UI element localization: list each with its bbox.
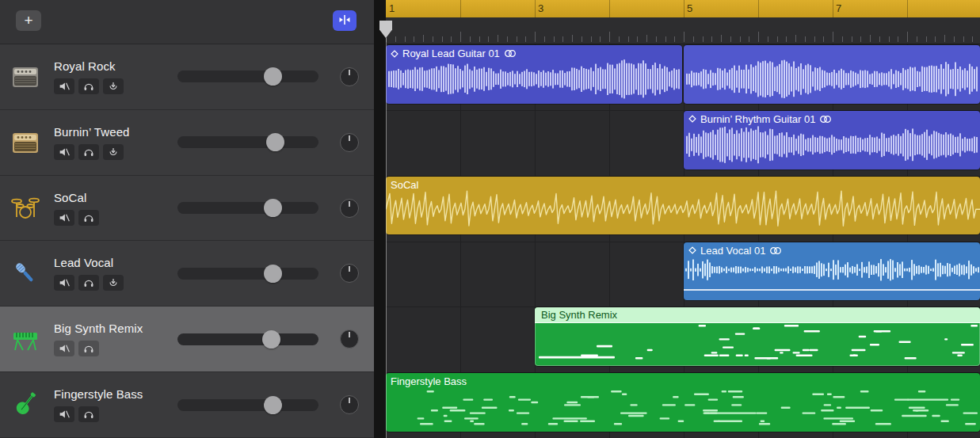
catch-playhead-button[interactable] [333,10,357,31]
mute-icon [59,278,71,288]
bar-number: 7 [836,2,841,14]
track-header-fingerstyle-bass[interactable]: Fingerstyle Bass [0,372,374,438]
solo-icon [83,213,94,223]
volume-slider-thumb[interactable] [266,133,284,151]
mute-icon [59,82,71,91]
volume-slider-thumb[interactable] [264,396,282,414]
mute-button[interactable] [54,341,74,356]
mute-button[interactable] [54,275,74,291]
region-fingerstyle-bass[interactable]: Fingerstyle Bass [386,373,980,432]
mute-button[interactable] [54,210,74,226]
volume-slider[interactable] [177,399,318,411]
track-header-burnin-tweed[interactable]: Burnin’ Tweed [0,110,374,176]
pan-knob[interactable] [340,67,359,86]
track-header-lead-vocal[interactable]: Lead Vocal [0,241,374,307]
pan-knob[interactable] [340,199,359,218]
loop-icon [819,115,832,124]
playhead-line [386,38,387,438]
track-name: Fingerstyle Bass [54,387,177,401]
ruler-ticks [386,17,980,44]
input-button[interactable] [103,78,124,94]
solo-button[interactable] [78,406,99,422]
bar-number: 1 [389,2,395,14]
ruler[interactable]: 1357 [386,0,980,17]
bar-number: 5 [687,2,692,14]
timeline-lanes[interactable]: Royal Lead Guitar 01Burnin’ Rhythm Guita… [386,44,980,438]
solo-icon [83,409,94,419]
solo-button[interactable] [78,78,99,94]
drums-icon [10,192,41,224]
mute-icon [59,147,71,157]
solo-icon [83,147,94,157]
pan-knob[interactable] [340,395,359,414]
solo-button[interactable] [78,275,99,291]
track-name: Big Synth Remix [54,322,177,335]
amp-icon [10,61,41,93]
region-header: Big Synth Remix [535,307,980,323]
volume-slider-thumb[interactable] [264,67,282,86]
pan-knob[interactable] [340,133,359,152]
input-button[interactable] [103,144,124,160]
input-icon [108,278,119,288]
pan-knob[interactable] [340,264,359,283]
solo-icon [83,344,94,353]
audio-waveform [684,45,980,104]
pan-knob[interactable] [340,329,359,348]
solo-button[interactable] [78,144,99,160]
volume-slider-thumb[interactable] [264,199,282,217]
volume-slider[interactable] [177,202,318,214]
region-lead-vocal-01[interactable]: Lead Vocal 01 [684,242,980,301]
region-label: SoCal [391,179,418,191]
mute-icon [59,344,71,353]
amp-tweed-icon [10,127,41,158]
track-header-panel: + Royal RockBurnin’ TweedSoCalLead Vocal… [0,0,374,438]
region-label: Fingerstyle Bass [391,375,467,387]
mute-icon [59,409,71,419]
mute-icon [59,213,71,223]
volume-slider[interactable] [177,136,318,148]
region-label: Lead Vocal 01 [688,245,782,257]
input-button[interactable] [103,275,124,291]
region-label: Royal Lead Guitar 01 [391,48,517,59]
volume-slider[interactable] [177,333,318,345]
volume-slider[interactable] [177,268,318,280]
track-name: Burnin’ Tweed [54,125,177,139]
track-header-toolbar: + [0,0,374,44]
region-socal[interactable]: SoCal [386,177,980,235]
midi-notes [386,373,980,432]
volume-slider[interactable] [177,70,318,82]
region-burnin-rhythm-guitar-01[interactable]: Burnin’ Rhythm Guitar 01 [684,111,980,169]
track-header-royal-rock[interactable]: Royal Rock [0,44,374,110]
input-icon [108,147,119,157]
track-name: Lead Vocal [54,256,177,269]
region-royal-lead-guitar-01[interactable]: Royal Lead Guitar 01 [386,45,682,104]
loop-icon [769,246,782,255]
bar-number: 3 [538,2,543,14]
region-big-synth-remix[interactable]: Big Synth Remix [535,307,980,366]
track-name: Royal Rock [54,59,177,73]
follow-tempo-icon [688,246,696,254]
solo-icon [83,278,94,288]
volume-slider-thumb[interactable] [264,265,282,283]
audio-waveform [386,177,980,235]
mute-button[interactable] [54,144,74,160]
region-label: Big Synth Remix [541,309,617,321]
timeline: 1357 Royal Lead Guitar 01Burnin’ Rhythm … [386,0,980,438]
synth-icon [10,323,41,355]
track-header-big-synth-remix[interactable]: Big Synth Remix [0,307,374,372]
mute-button[interactable] [54,78,74,94]
follow-tempo-icon [688,115,696,123]
track-header-socal[interactable]: SoCal [0,176,374,242]
garageband-window: + Royal RockBurnin’ TweedSoCalLead Vocal… [0,0,980,438]
input-icon [108,82,119,91]
add-track-button[interactable]: + [16,10,41,31]
volume-slider-thumb[interactable] [262,330,280,348]
solo-icon [83,82,94,91]
region-loop-segment[interactable] [684,45,980,104]
follow-tempo-icon [391,50,398,58]
solo-button[interactable] [78,341,99,356]
mute-button[interactable] [54,406,74,422]
mic-icon [10,257,41,289]
solo-button[interactable] [78,210,99,226]
bass-icon [10,389,41,421]
